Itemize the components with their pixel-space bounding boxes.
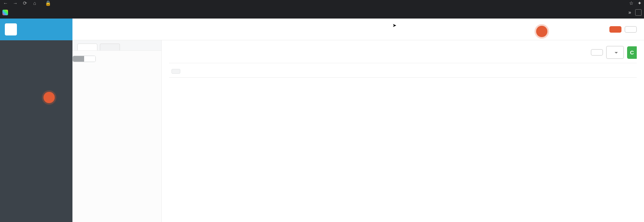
apps-icon xyxy=(2,10,8,15)
details-summary-toggle xyxy=(72,56,96,62)
summary-toggle[interactable] xyxy=(84,56,95,62)
reading-list-icon[interactable] xyxy=(635,9,642,16)
reload-icon[interactable]: ⟳ xyxy=(22,0,28,6)
bookmarks-bar: » xyxy=(0,6,644,19)
brand-logo[interactable] xyxy=(0,19,72,40)
star-icon[interactable]: ☆ xyxy=(629,0,634,6)
trigger-label xyxy=(171,69,180,74)
code-editor[interactable] xyxy=(169,77,637,87)
tab-active[interactable] xyxy=(77,44,97,50)
service-tabs xyxy=(72,40,161,51)
details-toggle[interactable] xyxy=(73,56,84,62)
editor-code[interactable] xyxy=(175,78,178,87)
add-new-service-button[interactable] xyxy=(609,26,621,33)
brand-mark xyxy=(5,23,17,35)
address-bar[interactable]: 🔒 xyxy=(45,0,54,6)
editor-gutter xyxy=(169,78,175,87)
more-button[interactable] xyxy=(606,46,624,59)
browser-toolbar: ← → ⟳ ⌂ 🔒 ☆ ✦ xyxy=(0,0,644,6)
edit-button[interactable] xyxy=(591,49,603,56)
back-icon[interactable]: ← xyxy=(2,0,9,6)
apps-shortcut[interactable] xyxy=(2,10,10,15)
tab-inactive[interactable] xyxy=(100,44,120,50)
chevron-down-icon xyxy=(615,52,618,55)
home-icon[interactable]: ⌂ xyxy=(31,0,38,6)
extensions-icon[interactable]: ✦ xyxy=(638,0,642,6)
annotation-badge-1 xyxy=(43,92,55,103)
lock-icon: 🔒 xyxy=(45,0,51,6)
annotation-badge-2 xyxy=(536,26,547,37)
forward-icon[interactable]: → xyxy=(12,0,19,6)
run-button[interactable]: C xyxy=(627,46,637,59)
bookmarks-more[interactable]: » xyxy=(628,10,631,15)
cursor-icon: ➤ xyxy=(392,23,396,28)
test-services-button[interactable] xyxy=(625,26,637,33)
